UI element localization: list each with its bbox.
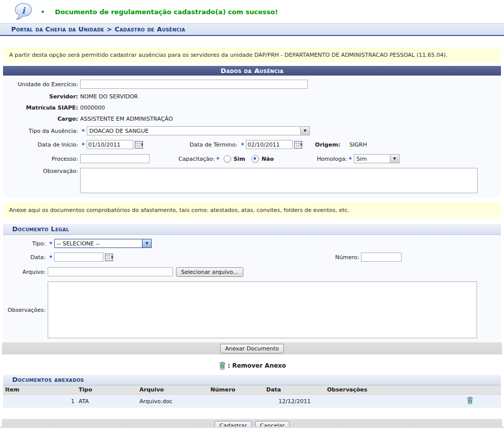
servidor-value: NOME DO SERVIDOR: [80, 93, 138, 100]
data-inicio-label: Data de Início:: [3, 141, 80, 148]
message-bullet: •: [41, 8, 45, 16]
attach-note-text: Anexe aqui os documentos comprobatórios …: [9, 207, 349, 213]
cell-numero: [208, 395, 264, 408]
info-balloon-icon: i: [13, 3, 32, 21]
homologa-select[interactable]: Sim ▼: [354, 154, 400, 163]
doc-arquivo-label: Arquivo:: [3, 269, 48, 275]
cell-tipo: ATA: [77, 395, 137, 408]
chevron-down-icon[interactable]: ▼: [142, 239, 151, 247]
processo-label: Processo:: [3, 156, 80, 162]
calendar-icon[interactable]: [135, 141, 143, 149]
col-data: Data: [264, 385, 325, 395]
chevron-down-icon[interactable]: ▼: [300, 127, 309, 135]
chevron-down-icon[interactable]: ▼: [390, 155, 399, 163]
unidade-exercicio-input[interactable]: [80, 80, 308, 89]
doc-numero-input[interactable]: [361, 253, 402, 262]
remover-anexo-legend: : Remover Anexo: [0, 361, 504, 371]
trash-icon: [218, 361, 227, 370]
intro-note: A partir desta opção será permitido cada…: [3, 47, 501, 62]
cargo-value: ASSISTENTE EM ADMINISTRAÇÃO: [80, 116, 173, 122]
documento-legal-panel: Tipo: ★ -- SELECIONE -- ▼ Data: ★ Número…: [3, 235, 501, 342]
doc-observacoes-label: Observações:: [3, 307, 48, 313]
documentos-anexados-table: Item Tipo Arquivo Número Data Observaçõe…: [3, 385, 501, 418]
col-actions: [439, 385, 501, 395]
capacitacao-sim-label: Sim: [234, 156, 245, 162]
homologa-selected-value: Sim: [354, 155, 390, 163]
cell-remove: [439, 395, 501, 408]
attach-note: Anexe aqui os documentos comprobatórios …: [3, 202, 501, 218]
doc-tipo-label: Tipo:: [3, 240, 48, 247]
required-star-icon: ★: [81, 128, 85, 133]
success-message-text: Documento de regulamentação cadastrado(a…: [55, 8, 278, 16]
dados-ausencia-panel: Unidade do Exercício: Servidor: NOME DO …: [3, 76, 501, 197]
processo-input[interactable]: [80, 154, 150, 163]
data-termino-label: Data de Término:: [190, 141, 239, 148]
cargo-label: Cargo:: [3, 116, 80, 122]
required-star-icon: ★: [216, 156, 220, 161]
observacao-textarea[interactable]: [80, 168, 478, 193]
calendar-icon[interactable]: [294, 141, 302, 149]
doc-numero-label: Número:: [335, 254, 359, 261]
col-tipo: Tipo: [77, 385, 137, 395]
capacitacao-label: Capacitação:: [178, 156, 215, 162]
anexar-documento-button[interactable]: Anexar Documento: [220, 344, 284, 353]
matricula-siape-label: Matrícula SIAPE:: [3, 104, 80, 111]
servidor-label: Servidor:: [3, 93, 80, 100]
required-star-icon: ★: [240, 141, 244, 147]
section-title-documentos-anexados: Documentos anexados: [3, 375, 501, 385]
calendar-icon[interactable]: [105, 254, 113, 261]
required-star-icon: ★: [348, 156, 352, 161]
cell-arquivo: Arquivo.doc: [137, 395, 208, 408]
data-inicio-input[interactable]: [87, 140, 133, 149]
doc-tipo-selected-value: -- SELECIONE --: [55, 239, 142, 247]
col-observacoes: Observações: [325, 385, 439, 395]
intro-note-text: A partir desta opção será permitido cada…: [9, 52, 447, 58]
table-row: 1 ATA Arquivo.doc 12/12/2011: [3, 395, 501, 408]
required-star-icon: ★: [49, 254, 53, 259]
doc-data-input[interactable]: [54, 253, 103, 262]
homologa-label: Homologa:: [317, 156, 347, 162]
doc-tipo-select[interactable]: -- SELECIONE -- ▼: [54, 239, 152, 248]
doc-data-label: Data:: [3, 254, 48, 261]
doc-observacoes-textarea[interactable]: [48, 281, 477, 338]
capacitacao-nao-radio[interactable]: [251, 155, 259, 163]
selecionar-arquivo-button[interactable]: Selecionar arquivo...: [176, 267, 243, 277]
col-item: Item: [3, 385, 77, 395]
capacitacao-sim-radio[interactable]: [224, 155, 231, 163]
success-message-bar: i • Documento de regulamentação cadastra…: [0, 0, 504, 23]
section-title-documento-legal: Documento Legal: [3, 224, 501, 235]
breadcrumb: Portal da Chefia da Unidade > Cadastro d…: [0, 23, 504, 36]
table-empty-row: [3, 408, 501, 418]
anexar-bar: Anexar Documento: [2, 342, 502, 354]
capacitacao-nao-label: Não: [262, 156, 274, 162]
required-star-icon: ★: [81, 141, 85, 147]
tipo-ausencia-selected-value: DOACAO DE SANGUE: [87, 127, 300, 135]
matricula-siape-value: 0000000: [80, 104, 105, 111]
remover-anexo-label: : Remover Anexo: [228, 362, 286, 369]
section-title-dados-ausencia: Dados da Ausência: [3, 66, 501, 76]
tipo-ausencia-label: Tipo da Ausência:: [3, 128, 80, 134]
observacao-label: Observação:: [3, 168, 80, 174]
unidade-exercicio-label: Unidade do Exercício:: [3, 81, 80, 88]
required-star-icon: ★: [49, 240, 53, 245]
table-header-row: Item Tipo Arquivo Número Data Observaçõe…: [3, 385, 501, 395]
cell-observacoes: [325, 395, 439, 408]
data-termino-input[interactable]: [246, 140, 293, 149]
cell-item: 1: [3, 395, 77, 408]
origem-value: SIGRH: [349, 141, 367, 148]
origem-label: Origem:: [315, 141, 340, 148]
trash-icon[interactable]: [466, 396, 474, 405]
col-arquivo: Arquivo: [137, 385, 208, 395]
cell-data: 12/12/2011: [264, 395, 325, 408]
tipo-ausencia-select[interactable]: DOACAO DE SANGUE ▼: [87, 126, 310, 135]
col-numero: Número: [208, 385, 264, 395]
doc-arquivo-input[interactable]: [48, 267, 173, 276]
